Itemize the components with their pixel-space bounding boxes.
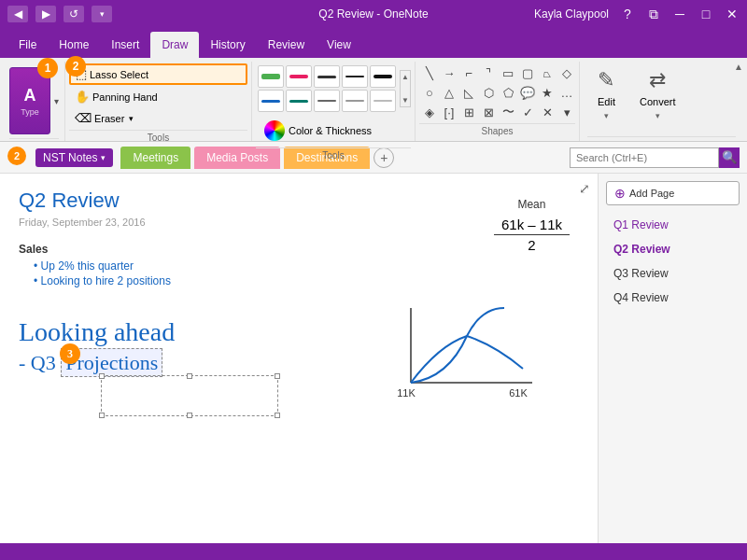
type-dropdown-arrow[interactable]: ▾: [54, 96, 59, 106]
pen-gray2[interactable]: [342, 90, 368, 112]
search-button[interactable]: 🔍: [719, 147, 740, 168]
panning-hand-button[interactable]: ✋ Panning Hand: [69, 87, 247, 106]
shape-pentagon[interactable]: ⬠: [498, 83, 518, 102]
shape-callout[interactable]: 💬: [517, 83, 538, 102]
pen-teal[interactable]: [286, 90, 312, 112]
shape-triangle[interactable]: △: [439, 83, 459, 102]
shape-grid[interactable]: ⊠: [478, 103, 499, 121]
edit-dropdown[interactable]: ▾: [604, 111, 609, 120]
eraser-icon: ⌫: [75, 111, 92, 125]
restore-button[interactable]: ⧉: [646, 7, 661, 21]
eraser-dropdown-icon[interactable]: ▾: [129, 114, 134, 123]
pen-black1[interactable]: [314, 65, 340, 88]
shape-circle[interactable]: ○: [419, 83, 440, 102]
mean-label: Mean: [494, 198, 570, 211]
svg-text:61K: 61K: [509, 387, 528, 399]
handle-bm[interactable]: [187, 413, 192, 418]
convert-label: Convert: [640, 96, 676, 107]
shape-hexagon[interactable]: ⬡: [478, 83, 499, 102]
maximize-button[interactable]: □: [698, 7, 713, 21]
tab-home[interactable]: Home: [48, 32, 100, 58]
tab-draw[interactable]: Draw: [150, 32, 199, 58]
tools-label: Tools: [69, 130, 247, 143]
shape-plus[interactable]: ⊞: [458, 103, 479, 121]
help-button[interactable]: ?: [620, 7, 635, 21]
tools-label-2: Tools: [256, 147, 411, 161]
handle-tl[interactable]: [99, 373, 105, 379]
shape-arrow[interactable]: →: [439, 63, 459, 82]
pen-magenta[interactable]: [286, 65, 312, 88]
shape-wave[interactable]: 〜: [498, 103, 518, 121]
sales-title: Sales: [19, 243, 457, 256]
eraser-button[interactable]: ⌫ Eraser ▾: [69, 108, 247, 128]
titlebar-left: ◀ ▶ ↺ ▾: [7, 6, 112, 22]
handle-br[interactable]: [275, 413, 280, 418]
page-q1[interactable]: Q1 Review: [606, 213, 740, 237]
badge-2: 2: [65, 56, 86, 77]
page-q2[interactable]: Q2 Review: [606, 237, 740, 261]
convert-button[interactable]: ⇄ Convert ▾: [629, 63, 686, 125]
pen-black2[interactable]: [342, 65, 368, 88]
tab-view[interactable]: View: [316, 32, 362, 58]
shape-rounded-rect[interactable]: ▢: [517, 63, 538, 82]
search-input[interactable]: [570, 147, 719, 168]
convert-dropdown[interactable]: ▾: [655, 111, 660, 120]
shape-check[interactable]: ✓: [517, 103, 538, 121]
quick-access-arrow[interactable]: ▾: [92, 6, 112, 22]
shapes-grid: ╲ → ⌐ ⌝ ▭ ▢ ⏢ ◇ ○ △ ◺ ⬡ ⬠ 💬 ★ … ◈ [·] ⊞ …: [419, 63, 575, 121]
chart-svg: 11K 61K: [392, 299, 542, 411]
ribbon-collapse-button[interactable]: ▲: [734, 62, 743, 72]
notebook-title[interactable]: NST Notes ▾: [35, 148, 113, 167]
pen-light[interactable]: [370, 90, 396, 112]
section-tab-meetings[interactable]: Meetings: [120, 147, 190, 169]
page-q4[interactable]: Q4 Review: [606, 286, 740, 310]
tab-file[interactable]: File: [7, 32, 48, 58]
shape-trapezoid[interactable]: ⏢: [537, 63, 557, 82]
shape-diagonal-line[interactable]: ╲: [419, 63, 440, 82]
page-q3[interactable]: Q3 Review: [606, 261, 740, 286]
close-button[interactable]: ✕: [725, 7, 740, 21]
edit-label: Edit: [598, 96, 615, 107]
expand-button[interactable]: ⤢: [579, 181, 590, 196]
pen-green[interactable]: [258, 65, 284, 88]
back-button[interactable]: ◀: [7, 6, 28, 22]
shape-more[interactable]: …: [557, 83, 577, 102]
window-title: Q2 Review - OneNote: [318, 7, 428, 21]
color-circle-icon: [264, 120, 285, 141]
add-page-button[interactable]: ⊕ Add Page: [606, 181, 740, 205]
ribbon: 1 A Type ▾ 2 ⬚ Lasso Select ✋ Panning Ha…: [0, 58, 747, 142]
tab-review[interactable]: Review: [257, 32, 316, 58]
shape-right-tri[interactable]: ◺: [458, 83, 479, 102]
lasso-select-button[interactable]: ⬚ Lasso Select: [69, 63, 247, 85]
shape-star[interactable]: ★: [537, 83, 557, 102]
pen-dark[interactable]: [370, 65, 396, 88]
shape-diamond[interactable]: ◇: [557, 63, 577, 82]
pen-scroll[interactable]: ▲ ▼: [400, 70, 411, 107]
tab-insert[interactable]: Insert: [100, 32, 150, 58]
search-area: 🔍: [570, 147, 740, 168]
undo-button[interactable]: ↺: [63, 6, 84, 22]
notebook-dropdown-icon[interactable]: ▾: [101, 153, 106, 162]
selection-box: [101, 375, 278, 416]
edit-button[interactable]: ✎ Edit ▾: [587, 63, 626, 125]
forward-button[interactable]: ▶: [35, 6, 56, 22]
type-group-empty-label: [9, 138, 59, 141]
handle-tr[interactable]: [275, 373, 280, 379]
notebook-label: NST Notes: [43, 151, 97, 164]
tab-history[interactable]: History: [199, 32, 256, 58]
handle-tm[interactable]: [187, 373, 192, 379]
pen-blue[interactable]: [258, 90, 284, 112]
shape-rect[interactable]: ▭: [498, 63, 518, 82]
shape-corner[interactable]: ⌝: [478, 63, 499, 82]
shape-bracket[interactable]: [·]: [439, 103, 459, 121]
pen-gray1[interactable]: [314, 90, 340, 112]
shape-right-angle[interactable]: ⌐: [458, 63, 479, 82]
handle-bl[interactable]: [99, 413, 105, 418]
shape-dropdown[interactable]: ▾: [557, 103, 577, 121]
shape-lozenge[interactable]: ◈: [419, 103, 440, 121]
minimize-button[interactable]: ─: [672, 7, 687, 21]
color-thickness-button[interactable]: Color & Thickness: [256, 116, 380, 146]
shape-x[interactable]: ✕: [537, 103, 557, 121]
ribbon-tabs: File Home Insert Draw History Review Vie…: [0, 28, 747, 58]
titlebar: ◀ ▶ ↺ ▾ Q2 Review - OneNote Kayla Claypo…: [0, 0, 747, 28]
